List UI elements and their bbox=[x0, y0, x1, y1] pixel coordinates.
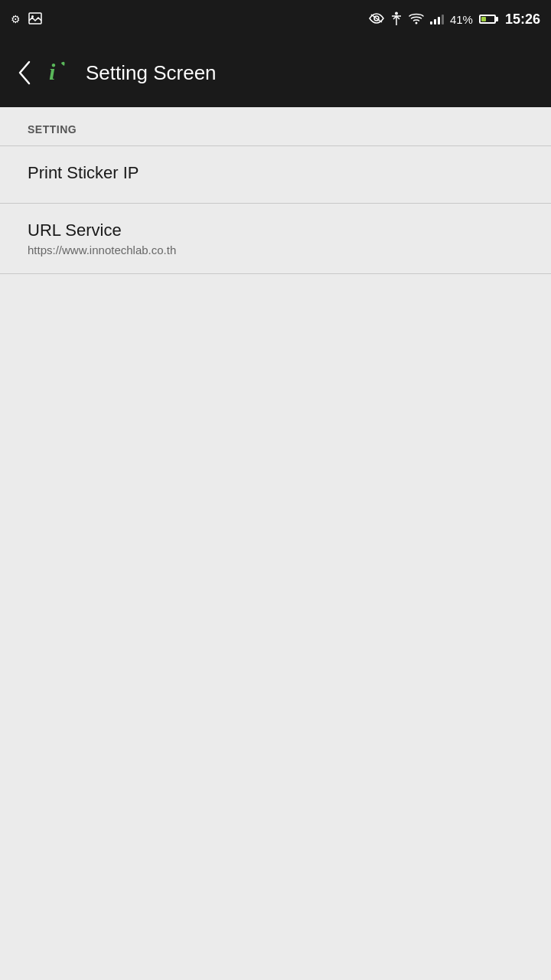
status-bar-right: 41% 15:26 bbox=[369, 11, 540, 28]
signal-icon bbox=[430, 14, 444, 24]
print-sticker-ip-item[interactable]: Print Sticker IP bbox=[0, 146, 551, 204]
usb-icon: ⚙ bbox=[11, 13, 21, 25]
svg-point-4 bbox=[395, 11, 398, 15]
image-icon bbox=[28, 12, 42, 27]
eye-icon bbox=[369, 13, 384, 26]
url-service-item[interactable]: URL Service https://www.innotechlab.co.t… bbox=[0, 204, 551, 274]
section-header: SETTING bbox=[0, 107, 551, 146]
print-sticker-ip-title: Print Sticker IP bbox=[28, 163, 523, 183]
app-icon: i bbox=[46, 59, 73, 87]
svg-text:i: i bbox=[49, 59, 56, 84]
status-time: 15:26 bbox=[505, 11, 540, 28]
svg-point-5 bbox=[415, 21, 417, 24]
back-button[interactable] bbox=[15, 59, 34, 87]
accessibility-icon bbox=[390, 11, 403, 28]
section-label: SETTING bbox=[28, 123, 77, 136]
status-bar: ⚙ bbox=[0, 0, 551, 38]
url-service-subtitle: https://www.innotechlab.co.th bbox=[28, 243, 523, 256]
wifi-icon bbox=[409, 12, 424, 27]
status-bar-left: ⚙ bbox=[11, 12, 42, 27]
battery-percent: 41% bbox=[450, 13, 473, 26]
url-service-title: URL Service bbox=[28, 220, 523, 240]
main-content: SETTING Print Sticker IP URL Service htt… bbox=[0, 107, 551, 274]
app-bar: i Setting Screen bbox=[0, 38, 551, 107]
app-bar-title: Setting Screen bbox=[86, 61, 217, 85]
battery-icon bbox=[479, 15, 496, 24]
